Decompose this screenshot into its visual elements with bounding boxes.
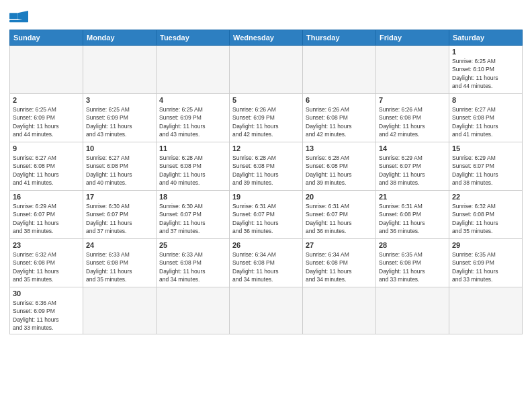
day-info: Sunrise: 6:33 AM Sunset: 6:08 PM Dayligh… xyxy=(86,250,153,283)
svg-marker-1 xyxy=(17,11,28,21)
day-number: 11 xyxy=(159,144,226,152)
calendar-cell: 7Sunrise: 6:26 AM Sunset: 6:08 PM Daylig… xyxy=(376,94,449,142)
calendar-cell xyxy=(376,287,449,334)
day-number: 2 xyxy=(13,96,80,104)
calendar-cell: 1Sunrise: 6:25 AM Sunset: 6:10 PM Daylig… xyxy=(449,46,523,94)
day-info: Sunrise: 6:34 AM Sunset: 6:08 PM Dayligh… xyxy=(232,250,300,283)
calendar-cell xyxy=(230,287,303,334)
day-info: Sunrise: 6:29 AM Sunset: 6:07 PM Dayligh… xyxy=(13,202,80,235)
day-info: Sunrise: 6:33 AM Sunset: 6:08 PM Dayligh… xyxy=(159,250,226,283)
calendar-cell: 30Sunrise: 6:36 AM Sunset: 6:09 PM Dayli… xyxy=(10,287,83,334)
calendar-cell: 9Sunrise: 6:27 AM Sunset: 6:08 PM Daylig… xyxy=(10,142,83,191)
calendar-week-row: 9Sunrise: 6:27 AM Sunset: 6:08 PM Daylig… xyxy=(10,142,523,191)
day-number: 10 xyxy=(86,144,153,152)
calendar-cell: 14Sunrise: 6:29 AM Sunset: 6:07 PM Dayli… xyxy=(376,142,449,191)
calendar-week-row: 23Sunrise: 6:32 AM Sunset: 6:08 PM Dayli… xyxy=(10,239,523,287)
day-number: 20 xyxy=(306,193,373,201)
day-number: 15 xyxy=(452,144,519,152)
day-info: Sunrise: 6:34 AM Sunset: 6:08 PM Dayligh… xyxy=(306,250,373,283)
calendar-week-row: 16Sunrise: 6:29 AM Sunset: 6:07 PM Dayli… xyxy=(10,191,523,239)
day-info: Sunrise: 6:31 AM Sunset: 6:07 PM Dayligh… xyxy=(306,202,373,235)
calendar-cell: 20Sunrise: 6:31 AM Sunset: 6:07 PM Dayli… xyxy=(303,191,376,239)
day-info: Sunrise: 6:29 AM Sunset: 6:07 PM Dayligh… xyxy=(452,154,519,187)
day-info: Sunrise: 6:26 AM Sunset: 6:09 PM Dayligh… xyxy=(232,105,300,138)
day-number: 8 xyxy=(452,96,519,104)
calendar-cell: 28Sunrise: 6:35 AM Sunset: 6:08 PM Dayli… xyxy=(376,239,449,287)
day-number: 21 xyxy=(379,193,446,201)
calendar-cell xyxy=(376,46,449,94)
day-number: 27 xyxy=(306,241,373,249)
day-info: Sunrise: 6:26 AM Sunset: 6:08 PM Dayligh… xyxy=(379,105,446,138)
day-info: Sunrise: 6:28 AM Sunset: 6:08 PM Dayligh… xyxy=(159,154,226,187)
weekday-header-saturday: Saturday xyxy=(449,30,523,46)
day-number: 9 xyxy=(13,144,80,152)
day-number: 19 xyxy=(232,193,300,201)
calendar-cell: 12Sunrise: 6:28 AM Sunset: 6:08 PM Dayli… xyxy=(230,142,303,191)
day-number: 14 xyxy=(379,144,446,152)
day-number: 13 xyxy=(306,144,373,152)
calendar-cell xyxy=(230,46,303,94)
calendar-cell: 21Sunrise: 6:31 AM Sunset: 6:08 PM Dayli… xyxy=(376,191,449,239)
day-number: 24 xyxy=(86,241,153,249)
day-number: 29 xyxy=(452,241,519,249)
day-info: Sunrise: 6:30 AM Sunset: 6:07 PM Dayligh… xyxy=(86,202,153,235)
calendar-cell: 3Sunrise: 6:25 AM Sunset: 6:09 PM Daylig… xyxy=(83,94,157,142)
day-info: Sunrise: 6:31 AM Sunset: 6:08 PM Dayligh… xyxy=(379,202,446,235)
day-number: 26 xyxy=(232,241,300,249)
day-number: 16 xyxy=(13,193,80,201)
day-info: Sunrise: 6:27 AM Sunset: 6:08 PM Dayligh… xyxy=(452,105,519,138)
calendar-cell: 11Sunrise: 6:28 AM Sunset: 6:08 PM Dayli… xyxy=(157,142,230,191)
day-info: Sunrise: 6:28 AM Sunset: 6:08 PM Dayligh… xyxy=(306,154,373,187)
calendar-cell: 23Sunrise: 6:32 AM Sunset: 6:08 PM Dayli… xyxy=(10,239,83,287)
calendar-cell: 2Sunrise: 6:25 AM Sunset: 6:09 PM Daylig… xyxy=(10,94,83,142)
calendar-cell xyxy=(157,46,230,94)
weekday-header-thursday: Thursday xyxy=(303,30,376,46)
day-info: Sunrise: 6:25 AM Sunset: 6:09 PM Dayligh… xyxy=(13,105,80,138)
day-info: Sunrise: 6:25 AM Sunset: 6:10 PM Dayligh… xyxy=(452,57,519,90)
day-info: Sunrise: 6:31 AM Sunset: 6:07 PM Dayligh… xyxy=(232,202,300,235)
day-number: 30 xyxy=(13,289,80,298)
day-info: Sunrise: 6:29 AM Sunset: 6:07 PM Dayligh… xyxy=(379,154,446,187)
day-number: 3 xyxy=(86,96,153,104)
day-info: Sunrise: 6:35 AM Sunset: 6:08 PM Dayligh… xyxy=(379,250,446,283)
calendar-week-row: 1Sunrise: 6:25 AM Sunset: 6:10 PM Daylig… xyxy=(10,46,523,94)
day-info: Sunrise: 6:36 AM Sunset: 6:09 PM Dayligh… xyxy=(13,299,80,332)
day-info: Sunrise: 6:26 AM Sunset: 6:08 PM Dayligh… xyxy=(306,105,373,138)
calendar-week-row: 30Sunrise: 6:36 AM Sunset: 6:09 PM Dayli… xyxy=(10,287,523,334)
day-number: 23 xyxy=(13,241,80,249)
calendar-cell xyxy=(303,46,376,94)
calendar-cell xyxy=(303,287,376,334)
calendar-cell: 5Sunrise: 6:26 AM Sunset: 6:09 PM Daylig… xyxy=(230,94,303,142)
day-number: 18 xyxy=(159,193,226,201)
calendar-cell: 27Sunrise: 6:34 AM Sunset: 6:08 PM Dayli… xyxy=(303,239,376,287)
day-number: 1 xyxy=(452,48,519,56)
calendar-cell: 8Sunrise: 6:27 AM Sunset: 6:08 PM Daylig… xyxy=(449,94,523,142)
calendar-cell xyxy=(10,46,83,94)
calendar-cell xyxy=(83,287,157,334)
calendar-header-row: SundayMondayTuesdayWednesdayThursdayFrid… xyxy=(10,30,523,46)
calendar-cell: 13Sunrise: 6:28 AM Sunset: 6:08 PM Dayli… xyxy=(303,142,376,191)
day-number: 22 xyxy=(452,193,519,201)
day-number: 25 xyxy=(159,241,226,249)
calendar-cell: 22Sunrise: 6:32 AM Sunset: 6:08 PM Dayli… xyxy=(449,191,523,239)
day-info: Sunrise: 6:32 AM Sunset: 6:08 PM Dayligh… xyxy=(13,250,80,283)
calendar-cell: 25Sunrise: 6:33 AM Sunset: 6:08 PM Dayli… xyxy=(157,239,230,287)
calendar-cell: 18Sunrise: 6:30 AM Sunset: 6:07 PM Dayli… xyxy=(157,191,230,239)
calendar-cell: 26Sunrise: 6:34 AM Sunset: 6:08 PM Dayli… xyxy=(230,239,303,287)
day-number: 12 xyxy=(232,144,300,152)
weekday-header-monday: Monday xyxy=(83,30,157,46)
day-number: 6 xyxy=(306,96,373,104)
calendar-cell: 24Sunrise: 6:33 AM Sunset: 6:08 PM Dayli… xyxy=(83,239,157,287)
svg-rect-2 xyxy=(9,20,28,22)
calendar-cell xyxy=(157,287,230,334)
day-info: Sunrise: 6:27 AM Sunset: 6:08 PM Dayligh… xyxy=(13,154,80,187)
page: SundayMondayTuesdayWednesdayThursdayFrid… xyxy=(0,0,532,411)
weekday-header-wednesday: Wednesday xyxy=(230,30,303,46)
svg-rect-0 xyxy=(9,13,17,19)
generalblue-logo-icon xyxy=(9,11,28,26)
calendar-cell: 6Sunrise: 6:26 AM Sunset: 6:08 PM Daylig… xyxy=(303,94,376,142)
calendar-cell: 4Sunrise: 6:25 AM Sunset: 6:09 PM Daylig… xyxy=(157,94,230,142)
day-info: Sunrise: 6:35 AM Sunset: 6:09 PM Dayligh… xyxy=(452,250,519,283)
calendar-table: SundayMondayTuesdayWednesdayThursdayFrid… xyxy=(9,30,523,334)
calendar-cell: 16Sunrise: 6:29 AM Sunset: 6:07 PM Dayli… xyxy=(10,191,83,239)
